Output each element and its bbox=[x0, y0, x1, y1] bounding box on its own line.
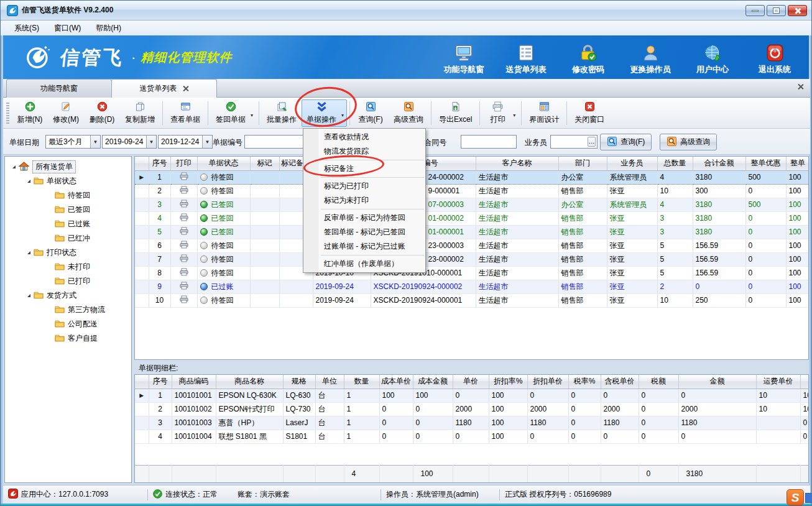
toolbar-button-3[interactable]: 复制新增 bbox=[120, 99, 160, 127]
toolbar-button-8[interactable]: 查询(F) bbox=[353, 99, 389, 127]
toolbar-button-5[interactable]: 签回单据▾ bbox=[211, 99, 256, 127]
table-row[interactable]: 7待签回23-000002生活超市销售部张亚5156.590100 bbox=[135, 252, 809, 266]
menubar-item-2[interactable]: 帮助(H) bbox=[88, 21, 129, 35]
column-header[interactable]: 成本金额 bbox=[413, 375, 453, 389]
column-header[interactable]: 商品名称 bbox=[216, 375, 283, 389]
toolbar-button-13[interactable]: 关闭窗口 bbox=[570, 99, 609, 127]
column-header[interactable]: 折扣率% bbox=[489, 375, 527, 389]
column-header[interactable]: 数量 bbox=[344, 375, 379, 389]
column-header[interactable]: 金额 bbox=[678, 375, 756, 389]
table-row[interactable]: 5已签回01-000001生活超市销售部张亚331800100 bbox=[135, 225, 809, 239]
toolbar-button-10[interactable]: 导出Excel bbox=[434, 99, 477, 127]
context-menu-item-10[interactable]: 过账单据 - 标记为已过账 bbox=[303, 239, 425, 254]
banner-action-list[interactable]: 送货单列表 bbox=[499, 40, 553, 75]
column-header[interactable]: 税率% bbox=[568, 375, 601, 389]
date-to-picker[interactable]: 2019-12-24 ▼ bbox=[158, 135, 213, 149]
column-header[interactable]: 合计金额 bbox=[693, 157, 745, 170]
row-selector-header[interactable] bbox=[135, 157, 149, 170]
tree-group-2[interactable]: 发货方式 bbox=[5, 288, 131, 303]
tree-item-0-1[interactable]: 已签回 bbox=[5, 203, 131, 217]
tree-group-1[interactable]: 打印状态 bbox=[5, 246, 131, 260]
column-header[interactable]: 业务员 bbox=[607, 157, 657, 170]
banner-action-lock[interactable]: 修改密码 bbox=[561, 40, 615, 75]
table-row[interactable]: 2待签回9-000001生活超市销售部张亚103000100 bbox=[135, 184, 809, 198]
menubar-item-1[interactable]: 窗口(W) bbox=[47, 21, 88, 35]
tree-item-0-2[interactable]: 已过账 bbox=[5, 217, 131, 231]
column-header[interactable]: 客户名称 bbox=[476, 157, 558, 170]
context-menu-item-0[interactable]: 查看收款情况 bbox=[303, 130, 425, 144]
tree-expander-icon[interactable] bbox=[12, 165, 16, 168]
salesman-input[interactable] bbox=[551, 136, 588, 148]
column-header[interactable]: 单据状态 bbox=[197, 157, 250, 170]
toolbar-button-1[interactable]: 修改(M) bbox=[48, 99, 84, 127]
date-from-picker[interactable]: 2019-09-24 ▼ bbox=[102, 135, 157, 149]
table-row[interactable]: 6待签回23-000003生活超市销售部张亚5156.590100 bbox=[135, 239, 809, 252]
chevron-down-icon[interactable]: ▾ bbox=[251, 113, 253, 118]
lookup-ellipsis-button[interactable]: … bbox=[588, 137, 596, 147]
advanced-query-button[interactable]: 高级查询 bbox=[660, 134, 717, 150]
menubar-item-0[interactable]: 系统(S) bbox=[7, 21, 47, 35]
table-row[interactable]: 3已签回07-000003生活超市办公室系统管理员43180500100 bbox=[135, 198, 809, 211]
banner-action-globe[interactable]: 用户中心 bbox=[686, 40, 739, 75]
chevron-down-icon[interactable]: ▼ bbox=[202, 136, 212, 148]
table-row[interactable]: 9已过账2019-09-24XSCKD-20190924-000002生活超市销… bbox=[135, 280, 809, 293]
banner-action-monitor[interactable]: 功能导航窗 bbox=[437, 40, 491, 75]
column-header[interactable]: 打印 bbox=[170, 157, 197, 170]
chevron-down-icon[interactable]: ▼ bbox=[146, 136, 156, 148]
tree-group-0[interactable]: 单据状态 bbox=[5, 174, 131, 188]
column-header[interactable] bbox=[800, 375, 809, 389]
column-header[interactable]: 含税单价 bbox=[601, 375, 639, 389]
banner-action-user[interactable]: 更换操作员 bbox=[624, 40, 677, 75]
ime-indicator[interactable]: S bbox=[787, 489, 812, 505]
column-header[interactable]: 规格 bbox=[283, 375, 315, 389]
tab-0[interactable]: 功能导航窗 bbox=[6, 79, 112, 98]
column-header[interactable]: 折扣单价 bbox=[527, 375, 568, 389]
tree-item-0-0[interactable]: 待签回 bbox=[5, 188, 131, 203]
tree-expander-icon[interactable] bbox=[27, 180, 30, 183]
tab-1[interactable]: 送货单列表 bbox=[111, 79, 217, 98]
column-header[interactable]: 整单 bbox=[786, 157, 809, 170]
toolbar-button-0[interactable]: 新增(N) bbox=[12, 99, 48, 127]
detail-row[interactable]: 2100101002EPSON针式打印LQ-730台10020001002000… bbox=[135, 402, 809, 416]
column-header[interactable]: 运费单价 bbox=[756, 375, 800, 389]
column-header[interactable]: 序号 bbox=[149, 157, 170, 170]
column-header[interactable]: 标记 bbox=[250, 157, 279, 170]
column-header[interactable]: 单位 bbox=[315, 375, 344, 389]
column-header[interactable]: 商品编码 bbox=[172, 375, 216, 389]
toolbar-button-9[interactable]: 高级查询 bbox=[389, 99, 428, 127]
tabstrip-close-icon[interactable] bbox=[797, 83, 804, 90]
context-menu-item-8[interactable]: 反审单据 - 标记为待签回 bbox=[303, 211, 425, 225]
close-button[interactable] bbox=[788, 5, 807, 16]
column-header[interactable]: 总数量 bbox=[657, 157, 693, 170]
chevron-down-icon[interactable]: ▼ bbox=[90, 136, 100, 148]
tree-item-2-0[interactable]: 第三方物流 bbox=[5, 303, 131, 317]
query-button[interactable]: 查询(F) bbox=[600, 134, 652, 150]
table-row[interactable]: ▶1待签回24-000002生活超市办公室系统管理员43180500100 bbox=[135, 170, 809, 184]
column-header[interactable]: 成本单价 bbox=[379, 375, 413, 389]
date-preset-combo[interactable]: 最近3个月 ▼ bbox=[45, 135, 101, 149]
banner-action-power[interactable]: 退出系统 bbox=[748, 40, 801, 75]
tree-expander-icon[interactable] bbox=[27, 251, 30, 254]
column-header[interactable]: 部门 bbox=[558, 157, 607, 170]
chevron-down-icon[interactable]: ▾ bbox=[513, 113, 515, 118]
tree-item-2-1[interactable]: 公司配送 bbox=[5, 317, 131, 331]
table-row[interactable]: 8待签回2019-10-10XSCKD-20191010-000001生活超市销… bbox=[135, 266, 809, 280]
toolbar-button-2[interactable]: 删除(D) bbox=[84, 99, 120, 127]
ime-toolbar-icon[interactable] bbox=[805, 493, 812, 503]
table-row[interactable]: 4已签回01-000002生活超市销售部张亚331800100 bbox=[135, 211, 809, 225]
tree-item-2-2[interactable]: 客户自提 bbox=[5, 331, 131, 346]
row-selector-header[interactable] bbox=[135, 375, 149, 389]
minimize-button[interactable] bbox=[745, 5, 765, 16]
contract-no-input[interactable] bbox=[461, 136, 516, 148]
maximize-button[interactable] bbox=[767, 5, 786, 16]
toolbar-button-4[interactable]: 查看单据 bbox=[165, 99, 205, 127]
tree-expander-icon[interactable] bbox=[27, 294, 30, 297]
tree-item-root[interactable]: 所有送货单 bbox=[5, 160, 131, 174]
tree-item-0-3[interactable]: 已红冲 bbox=[5, 231, 131, 246]
ime-sogou-icon[interactable]: S bbox=[787, 489, 804, 505]
table-row[interactable]: 10待签回2019-09-24XSCKD-20190924-000001生活超市… bbox=[135, 293, 809, 307]
toolbar-button-11[interactable]: 打印▾ bbox=[482, 99, 519, 127]
column-header[interactable]: 税额 bbox=[639, 375, 678, 389]
detail-row[interactable]: 3100101003惠普（HP）LaserJ台10011801001180011… bbox=[135, 416, 809, 430]
detail-row[interactable]: ▶1100101001EPSON LQ-630KLQ-630台110010001… bbox=[135, 389, 809, 402]
